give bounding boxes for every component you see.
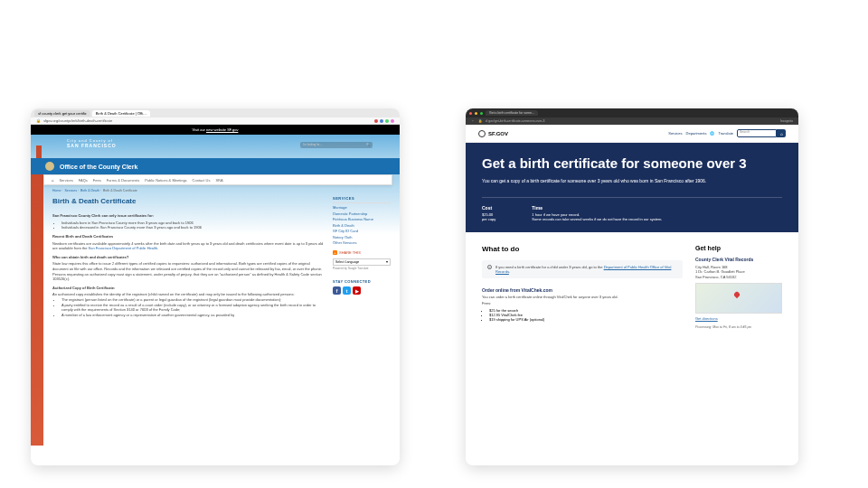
step1-heading: Order online from VitalChek.com <box>482 287 683 293</box>
search-icon: 🔍 <box>366 143 370 147</box>
facebook-icon[interactable]: f <box>333 286 341 295</box>
crumb-home[interactable]: Home <box>52 189 61 192</box>
department-band: Office of the County Clerk <box>31 158 400 174</box>
looking-for-search[interactable]: I'm looking for… 🔍 <box>300 142 373 148</box>
san-francisco-label: SAN FRANCISCO <box>67 143 117 148</box>
who-heading: Who can obtain birth and death certifica… <box>52 255 324 260</box>
sb-domestic[interactable]: Domestic Partnership <box>333 211 391 216</box>
search-icon: ⌕ <box>780 131 783 136</box>
language-select[interactable]: Select Language ▾ <box>333 258 391 266</box>
auth-heading: Authorized Copy of Birth Certificate: <box>52 286 324 291</box>
ext-icon-2[interactable] <box>380 119 383 123</box>
nav-sra[interactable]: SRA <box>215 178 222 183</box>
sfgov-logo[interactable]: SF.GOV <box>478 130 508 137</box>
main-nav: ⌂ Services FAQs Fees Forms & Documents P… <box>43 174 392 185</box>
back-icon[interactable]: ← <box>471 119 475 123</box>
extension-icons <box>374 119 394 123</box>
get-directions-link[interactable]: Get directions <box>695 316 782 321</box>
breadcrumb: Home› Services› Birth & Death› Birth & D… <box>43 185 400 196</box>
recent-link[interactable]: San Francisco Department of Public Healt… <box>89 246 158 250</box>
office-name: County Clerk Vital Records <box>695 257 782 262</box>
sb-fbn[interactable]: Fictitious Business Name <box>333 217 391 221</box>
what-to-do-heading: What to do <box>482 245 683 253</box>
info-callout: i If you need a birth certificate for a … <box>482 260 683 278</box>
new-sfgov-window: Get a birth certificate for some… ← 🔒 sf… <box>466 108 798 465</box>
content-area: ⌂ Services FAQs Fees Forms & Documents P… <box>31 174 400 446</box>
hero-title: Get a birth certificate for someone over… <box>482 155 782 171</box>
bridge-image <box>31 174 43 446</box>
hours-text: Processing: Mon to Fri, 8 am to 3:45 pm <box>695 325 782 329</box>
crumb-services[interactable]: Services <box>65 189 77 192</box>
browser-tab-1[interactable]: sf county clerk get your certific <box>34 110 90 117</box>
tab-strip-dark: Get a birth certificate for some… <box>466 108 798 117</box>
logo-text: SF.GOV <box>488 131 508 136</box>
browser-tab-active[interactable]: Get a birth certificate for some… <box>486 110 538 116</box>
nav-faqs[interactable]: FAQs <box>79 178 88 183</box>
mac-min-icon[interactable] <box>475 112 477 115</box>
home-icon[interactable]: ⌂ <box>52 178 53 183</box>
ext-icon-1[interactable] <box>374 119 378 123</box>
hero-section: Get a birth certificate for someone over… <box>466 143 798 232</box>
cost-heading: Cost <box>482 205 495 211</box>
translate-link[interactable]: Translate <box>718 131 733 136</box>
lang-label: Select Language <box>335 260 359 264</box>
info-icon: i <box>487 265 492 269</box>
ext-icon-3[interactable] <box>385 119 389 123</box>
nav-notices[interactable]: Public Notices & Meetings <box>145 178 186 183</box>
url-text[interactable]: sf.gov/get-birth-certificate-someone-ove… <box>486 119 777 123</box>
time-block: Time 1 hour if we have your record. Some… <box>532 205 662 221</box>
hero-subtitle: You can get a copy of a birth certificat… <box>482 178 717 184</box>
lock-icon: 🔒 <box>36 118 41 123</box>
share-this-button[interactable]: SHARE THIS <box>333 250 391 255</box>
recent-heading: Recent Birth and Death Certificates <box>52 234 324 239</box>
info-post: . <box>509 269 510 274</box>
page-title: Birth & Death Certificate <box>52 196 324 206</box>
step1-text: You can order a birth certificate online… <box>482 295 683 299</box>
url-text[interactable]: sfgov.org/countyclerk/birth-death-certif… <box>43 118 372 123</box>
nav-fees[interactable]: Fees <box>93 178 101 183</box>
banner-link[interactable]: new website SF.gov <box>206 127 238 132</box>
location-map[interactable] <box>695 283 782 314</box>
auth-item-3: A member of a law enforcement agency or … <box>61 313 324 318</box>
main-text: Birth & Death Certificate San Francisco … <box>52 196 324 317</box>
chevron-down-icon: ▾ <box>386 260 388 264</box>
search-button[interactable]: ⌕ <box>777 129 786 137</box>
globe-icon: 🌐 <box>710 131 714 136</box>
nav-services[interactable]: Services <box>59 178 72 183</box>
recent-paragraph: Newborn certificates are available appro… <box>52 241 324 251</box>
legacy-sfgov-window: sf county clerk get your certific Birth … <box>31 108 400 465</box>
search-input[interactable]: Search <box>737 129 777 137</box>
nav-forms[interactable]: Forms & Documents <box>107 178 139 183</box>
recent-tail: . <box>157 246 158 250</box>
cost-block: Cost $25.00 per copy <box>482 205 495 221</box>
hdr-services[interactable]: Services <box>668 131 682 136</box>
sb-cityid[interactable]: SF City ID Card <box>333 229 391 233</box>
youtube-icon[interactable]: ▶ <box>353 286 361 295</box>
right-sidebar: SERVICES Marriage Domestic Partnership F… <box>333 196 391 317</box>
banner-pre: Visit our <box>193 127 207 132</box>
seal-icon <box>478 130 486 137</box>
mac-close-icon[interactable] <box>469 112 472 115</box>
get-help-sidebar: Get help County Clerk Vital Records City… <box>695 245 782 329</box>
hdr-departments[interactable]: Departments <box>686 131 707 136</box>
auth-item-2: A party entitled to receive the record a… <box>61 303 324 313</box>
sb-services-head: SERVICES <box>333 196 391 203</box>
sb-birth-death[interactable]: Birth & Death <box>333 223 391 228</box>
nav-contact[interactable]: Contact Us <box>193 178 211 183</box>
address-bar-dark: ← 🔒 sf.gov/get-birth-certificate-someone… <box>466 117 798 125</box>
sb-marriage[interactable]: Marriage <box>333 205 391 210</box>
info-pre: If you need a birth certificate for a ch… <box>495 265 604 269</box>
time-note: Some records can take several weeks if w… <box>532 217 662 221</box>
cost-per: per copy <box>482 217 495 221</box>
mac-max-icon[interactable] <box>480 112 483 115</box>
crumb-birth-death[interactable]: Birth & Death <box>80 189 99 192</box>
fees-label: Fees: <box>482 301 683 305</box>
ext-icon-4[interactable] <box>391 119 394 123</box>
what-to-do-section: What to do i If you need a birth certifi… <box>482 245 683 329</box>
sb-other[interactable]: Other Services <box>333 240 391 245</box>
sb-notary[interactable]: Notary Oath <box>333 235 391 239</box>
browser-tab-2-active[interactable]: Birth & Death Certificate | Offi… <box>92 110 150 117</box>
twitter-icon[interactable]: t <box>343 286 351 295</box>
fee-3: $19 shipping for UPS Air (optional) <box>489 317 683 322</box>
department-title: Office of the County Clerk <box>60 164 137 170</box>
